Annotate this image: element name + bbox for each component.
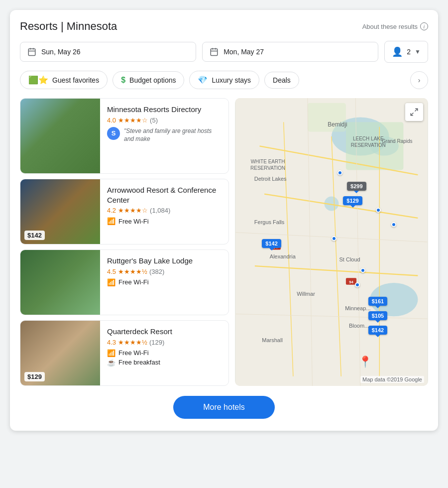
hotel-info-2: Arrowwood Resort & Conference Center 4.2… — [100, 179, 228, 244]
amenity-wifi-3: 📶 Free Wi-Fi — [107, 278, 222, 286]
chevron-right-icon: › — [418, 76, 421, 84]
place-label-detroit-lakes: Detroit Lakes — [254, 176, 287, 182]
map-area[interactable]: 94 94 Bemidji LEECH LAKERESERVATION WHIT… — [235, 98, 428, 386]
rating-row-3: 4.5 ★★★★½ (382) — [107, 268, 222, 275]
hotel-info-3: Ruttger's Bay Lake Lodge 4.5 ★★★★½ (382)… — [100, 250, 228, 315]
map-dot-6 — [355, 282, 360, 287]
filter-chip-guest-favorites[interactable]: 🟩⭐ Guest favorites — [20, 71, 108, 89]
review-count-2: (1,084) — [150, 207, 170, 214]
hotel-image-3 — [20, 250, 100, 315]
breakfast-icon-4: ☕ — [107, 359, 115, 366]
place-label-willmar: Willmar — [297, 291, 315, 297]
review-count-3: (382) — [149, 268, 164, 275]
price-badge-4: $129 — [24, 372, 45, 381]
place-label-white-earth: WHITE EARTHRESERVATION — [250, 158, 285, 171]
amenity-label-wifi-2: Free Wi-Fi — [118, 218, 149, 225]
hotel-name-4: Quarterdeck Resort — [107, 327, 222, 337]
hotel-card-1[interactable]: Minnesota Resorts Directory 4.0 ★★★★☆ (5… — [20, 98, 229, 174]
place-label-st-cloud: St Cloud — [339, 256, 360, 262]
info-icon: i — [420, 22, 428, 30]
main-content: Minnesota Resorts Directory 4.0 ★★★★☆ (5… — [20, 98, 428, 386]
amenity-wifi-2: 📶 Free Wi-Fi — [107, 217, 222, 225]
rating-number-1: 4.0 — [107, 117, 116, 124]
rating-number-4: 4.3 — [107, 339, 116, 346]
checkout-input[interactable]: Mon, May 27 — [202, 42, 378, 62]
price-marker-142-map[interactable]: $142 — [262, 239, 281, 248]
place-label-bemidji: Bemidji — [328, 121, 347, 128]
rating-number-2: 4.2 — [107, 207, 116, 214]
amenity-wifi-4: 📶 Free Wi-Fi — [107, 349, 222, 357]
place-label-minneap: Minneap... — [345, 305, 370, 311]
hotel-list: Minnesota Resorts Directory 4.0 ★★★★☆ (5… — [20, 98, 229, 386]
filter-chip-deals[interactable]: Deals — [264, 72, 299, 89]
map-pin: 📍 — [358, 356, 372, 368]
review-count-4: (129) — [149, 339, 164, 346]
luxury-icon: 💎 — [198, 75, 208, 85]
place-label-leech-lake: LEECH LAKERESERVATION — [351, 135, 386, 148]
review-snippet-1: S "Steve and family are great hosts and … — [107, 127, 222, 144]
reviewer-avatar-1: S — [107, 127, 120, 140]
hotel-name-2: Arrowwood Resort & Conference Center — [107, 185, 222, 205]
svg-text:94: 94 — [349, 280, 353, 284]
stars-2: ★★★★☆ — [118, 207, 148, 214]
calendar-icon-checkin — [27, 47, 36, 56]
price-marker-129-map[interactable]: $129 — [343, 196, 362, 205]
price-marker-161[interactable]: $161 — [368, 297, 387, 306]
rating-row-2: 4.2 ★★★★☆ (1,084) — [107, 207, 222, 214]
wifi-icon-2: 📶 — [107, 217, 115, 225]
more-hotels-button[interactable]: More hotels — [173, 396, 275, 419]
guest-favorites-icon: 🟩⭐ — [28, 75, 48, 85]
stars-4: ★★★★½ — [118, 339, 147, 346]
price-marker-105[interactable]: $105 — [368, 311, 387, 320]
amenity-label-wifi-4: Free Wi-Fi — [118, 349, 149, 357]
review-count-1: (5) — [150, 117, 158, 124]
hotel-card-4[interactable]: $129 Quarterdeck Resort 4.3 ★★★★½ (129) … — [20, 320, 229, 386]
hotel-image-1 — [20, 99, 100, 173]
filter-chip-luxury-stays[interactable]: 💎 Luxury stays — [189, 71, 259, 89]
checkin-input[interactable]: Sun, May 26 — [20, 42, 196, 62]
header: Resorts | Minnesota About these results … — [20, 20, 428, 33]
wifi-icon-3: 📶 — [107, 278, 115, 286]
checkin-value: Sun, May 26 — [41, 48, 81, 56]
about-results-link[interactable]: About these results i — [362, 22, 428, 30]
place-label-alexandria: Alexandria — [270, 253, 296, 259]
guests-selector[interactable]: 👤 2 ▼ — [384, 41, 428, 63]
review-text-1: "Steve and family are great hosts and ma… — [124, 127, 222, 144]
filter-row: 🟩⭐ Guest favorites $ Budget options 💎 Lu… — [20, 71, 428, 89]
price-marker-142-bloom[interactable]: $142 — [368, 326, 387, 335]
stars-1: ★★★★☆ — [118, 117, 148, 124]
page-title: Resorts | Minnesota — [20, 20, 117, 33]
price-marker-299[interactable]: $299 — [347, 182, 366, 191]
map-dot-3 — [391, 222, 396, 227]
hotel-info-4: Quarterdeck Resort 4.3 ★★★★½ (129) 📶 Fre… — [100, 321, 228, 385]
more-filters-button[interactable]: › — [410, 71, 428, 89]
price-badge-2: $142 — [24, 231, 45, 240]
date-row: Sun, May 26 Mon, May 27 👤 2 ▼ — [20, 41, 428, 63]
filter-chip-budget-options[interactable]: $ Budget options — [112, 71, 184, 89]
amenity-label-wifi-3: Free Wi-Fi — [118, 278, 149, 286]
hotel-card-3[interactable]: Ruttger's Bay Lake Lodge 4.5 ★★★★½ (382)… — [20, 249, 229, 315]
map-dot-1 — [337, 170, 342, 175]
map-expand-button[interactable] — [405, 103, 423, 121]
hotel-name-3: Ruttger's Bay Lake Lodge — [107, 256, 222, 266]
place-label-fergus-falls: Fergus Falls — [254, 219, 285, 225]
amenity-breakfast-4: ☕ Free breakfast — [107, 359, 222, 366]
person-icon: 👤 — [392, 46, 403, 57]
svg-line-29 — [415, 109, 418, 111]
expand-icon — [410, 108, 419, 117]
filter-label-guest-favorites: Guest favorites — [52, 76, 99, 84]
stars-3: ★★★★½ — [118, 268, 147, 275]
rating-row-4: 4.3 ★★★★½ (129) — [107, 339, 222, 346]
filter-label-deals: Deals — [273, 76, 291, 84]
hotel-card-2[interactable]: $142 Arrowwood Resort & Conference Cente… — [20, 179, 229, 244]
checkout-value: Mon, May 27 — [224, 48, 264, 56]
place-label-bloom: Bloom... — [349, 323, 369, 329]
svg-line-30 — [411, 113, 413, 116]
place-label-marshall: Marshall — [262, 337, 283, 343]
budget-icon: $ — [121, 76, 125, 85]
more-hotels-section: More hotels — [20, 396, 428, 419]
filter-label-budget-options: Budget options — [129, 76, 176, 84]
rating-row-1: 4.0 ★★★★☆ (5) — [107, 117, 222, 124]
hotel-image-2: $142 — [20, 179, 100, 244]
svg-rect-4 — [211, 49, 218, 56]
